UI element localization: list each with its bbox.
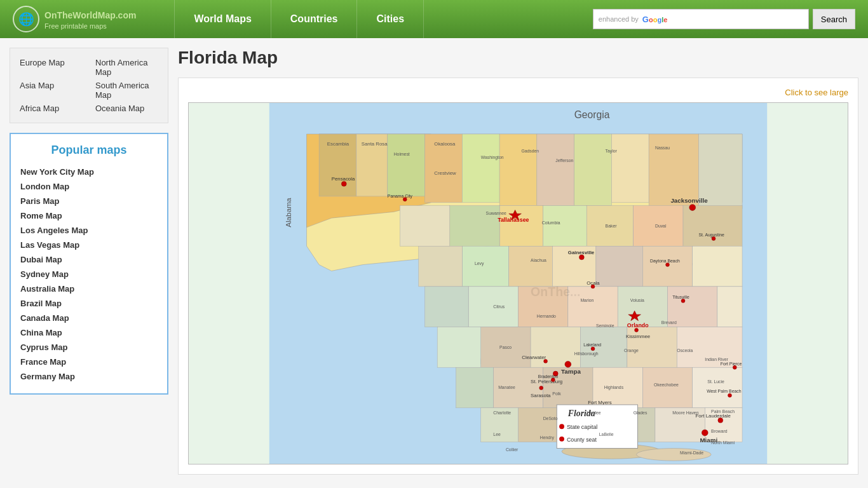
popular-dubai[interactable]: Dubai Map xyxy=(20,252,158,267)
florida-map-svg: Georgia Alabama Atlantic Ocean Gulf of M… xyxy=(189,103,848,464)
svg-point-117 xyxy=(559,437,564,442)
svg-text:Levy: Levy xyxy=(475,261,484,266)
svg-text:Crestview: Crestview xyxy=(434,170,456,176)
svg-rect-37 xyxy=(717,287,742,327)
svg-text:St. Augustine: St. Augustine xyxy=(699,233,725,238)
svg-text:Pasco: Pasco xyxy=(499,345,512,349)
svg-point-70 xyxy=(718,418,723,423)
logo-icon: 🌐 xyxy=(13,6,39,32)
svg-text:Jefferson: Jefferson xyxy=(555,158,573,163)
region-north-america[interactable]: North America Map xyxy=(95,58,158,77)
svg-text:Collier: Collier xyxy=(506,447,519,452)
svg-text:Ocala: Ocala xyxy=(587,280,600,286)
svg-text:Broward: Broward xyxy=(711,429,728,433)
main-nav: World Maps Countries Cities xyxy=(174,0,592,38)
svg-point-96 xyxy=(712,237,715,241)
popular-sydney[interactable]: Sydney Map xyxy=(20,267,158,281)
svg-rect-13 xyxy=(537,134,574,206)
svg-text:Nassau: Nassau xyxy=(655,146,670,150)
main-layout: Europe Map North America Map Asia Map So… xyxy=(0,38,868,484)
popular-cyprus[interactable]: Cyprus Map xyxy=(20,340,158,355)
popular-france[interactable]: France Map xyxy=(20,355,158,369)
popular-australia[interactable]: Australia Map xyxy=(20,281,158,296)
svg-text:Moore Haven: Moore Haven xyxy=(672,410,698,415)
svg-text:Santa Rosa: Santa Rosa xyxy=(362,141,388,147)
region-nav-grid: Europe Map North America Map Asia Map So… xyxy=(20,58,158,113)
svg-text:DeSoto: DeSoto xyxy=(543,416,558,421)
page-title: Florida Map xyxy=(178,48,858,68)
svg-point-90 xyxy=(666,263,670,267)
svg-rect-26 xyxy=(509,246,553,287)
nav-countries[interactable]: Countries xyxy=(271,0,358,38)
search-button[interactable]: Search xyxy=(813,9,855,29)
svg-text:Manatee: Manatee xyxy=(498,385,515,390)
region-asia[interactable]: Asia Map xyxy=(20,81,83,100)
svg-point-62 xyxy=(689,205,696,211)
svg-text:Suwannee: Suwannee xyxy=(486,211,507,215)
svg-text:Jacksonville: Jacksonville xyxy=(670,197,708,204)
region-africa[interactable]: Africa Map xyxy=(20,104,83,113)
popular-rome[interactable]: Rome Map xyxy=(20,208,158,223)
nav-cities[interactable]: Cities xyxy=(357,0,424,38)
svg-text:Brevard: Brevard xyxy=(661,320,677,325)
svg-text:Polk: Polk xyxy=(552,391,561,396)
svg-point-74 xyxy=(341,181,346,186)
svg-rect-38 xyxy=(425,287,469,327)
svg-text:Daytona Beach: Daytona Beach xyxy=(650,259,680,264)
svg-point-102 xyxy=(591,347,595,351)
svg-text:Volusia: Volusia xyxy=(630,298,644,302)
svg-text:Alachua: Alachua xyxy=(531,258,546,262)
region-oceania[interactable]: Oceania Map xyxy=(95,104,158,113)
map-container: Click to see large Georgia Alabama Atlan… xyxy=(178,78,858,475)
svg-point-66 xyxy=(565,361,571,367)
svg-text:Marion: Marion xyxy=(580,298,593,302)
svg-text:Holmest: Holmest xyxy=(394,152,410,156)
svg-text:Panama City: Panama City xyxy=(388,194,413,199)
popular-china[interactable]: China Map xyxy=(20,325,158,340)
svg-text:Sarasota: Sarasota xyxy=(531,393,551,398)
svg-text:Palm Beach: Palm Beach xyxy=(711,409,735,414)
popular-brazil[interactable]: Brazil Map xyxy=(20,296,158,311)
click-to-large-link[interactable]: Click to see large xyxy=(785,88,848,97)
logo-com: .com xyxy=(116,10,137,20)
svg-text:Orlando: Orlando xyxy=(627,322,649,329)
search-box: enhanced by Google xyxy=(593,9,809,29)
popular-paris[interactable]: Paris Map xyxy=(20,194,158,208)
popular-nyc[interactable]: New York City Map xyxy=(20,165,158,179)
popular-london[interactable]: London Map xyxy=(20,179,158,194)
svg-text:OnThe...: OnThe... xyxy=(531,285,580,299)
svg-text:Gadsden: Gadsden xyxy=(521,149,539,153)
popular-canada[interactable]: Canada Map xyxy=(20,311,158,325)
svg-text:Charlotte: Charlotte xyxy=(493,410,511,415)
svg-rect-40 xyxy=(531,327,580,368)
svg-text:Kissimmee: Kissimmee xyxy=(626,334,650,339)
svg-text:Taylor: Taylor xyxy=(606,149,618,154)
region-europe[interactable]: Europe Map xyxy=(20,58,83,77)
svg-text:Miami-Dade: Miami-Dade xyxy=(680,451,703,455)
search-area: enhanced by Google Search xyxy=(593,9,855,29)
svg-text:Tampa: Tampa xyxy=(561,368,581,375)
svg-point-72 xyxy=(579,255,584,260)
popular-germany[interactable]: Germany Map xyxy=(20,369,158,384)
logo-area: 🌐 OnTheWorldMap.com Free printable maps xyxy=(13,6,136,32)
nav-world-maps[interactable]: World Maps xyxy=(174,0,271,38)
svg-rect-14 xyxy=(574,134,612,206)
svg-rect-35 xyxy=(618,287,667,327)
search-input[interactable] xyxy=(671,15,803,24)
florida-map-image[interactable]: Georgia Alabama Atlantic Ocean Gulf of M… xyxy=(188,102,848,464)
search-enhanced-label: enhanced by xyxy=(599,15,639,23)
region-south-america[interactable]: South America Map xyxy=(95,81,158,100)
svg-rect-28 xyxy=(596,246,642,287)
svg-rect-15 xyxy=(611,134,649,203)
svg-text:Indian River: Indian River xyxy=(705,357,728,362)
svg-text:Titusville: Titusville xyxy=(672,295,689,299)
popular-la[interactable]: Los Angeles Map xyxy=(20,223,158,238)
svg-text:Bradenton: Bradenton xyxy=(538,374,559,379)
popular-las-vegas[interactable]: Las Vegas Map xyxy=(20,238,158,252)
svg-text:St. Lucie: St. Lucie xyxy=(707,379,724,384)
header: 🌐 OnTheWorldMap.com Free printable maps … xyxy=(0,0,868,38)
svg-rect-42 xyxy=(627,327,677,368)
main-content: Florida Map Click to see large Georgia A… xyxy=(178,48,858,475)
svg-text:Hardee: Hardee xyxy=(587,410,601,415)
svg-text:West Palm Beach: West Palm Beach xyxy=(707,389,741,393)
